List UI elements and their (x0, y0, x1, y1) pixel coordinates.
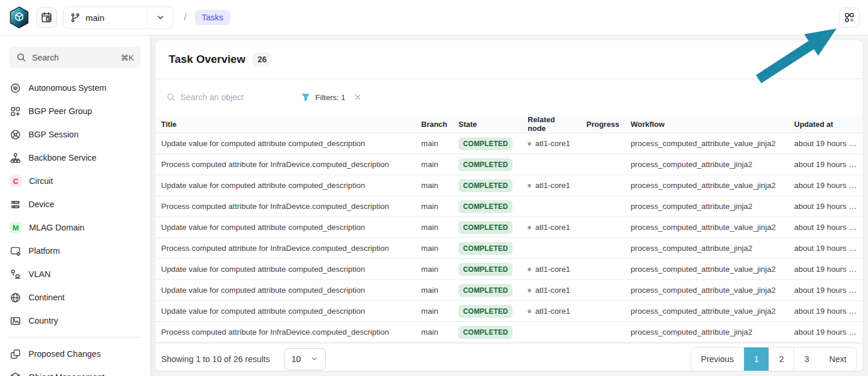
sidebar-item-device[interactable]: Device (0, 193, 150, 216)
sidebar-item-label: MLAG Domain (29, 223, 84, 232)
sidebar-search[interactable]: ⌘K (9, 47, 141, 68)
table-row[interactable]: Process computed attribute for InfraDevi… (155, 154, 863, 175)
cell-updated-at: about 19 hours ago (788, 133, 863, 154)
sidebar-item-country[interactable]: Country (0, 309, 150, 332)
state-badge: COMPLETED (458, 326, 513, 339)
col-progress: Progress (581, 115, 625, 133)
filters-button[interactable]: Filters: 1 (301, 93, 346, 102)
cell-updated-at: about 19 hours ago (788, 238, 863, 259)
cell-related-node (522, 196, 581, 217)
results-summary: Showing 1 to 10 of 26 results (161, 354, 270, 364)
previous-page-button[interactable]: Previous (691, 347, 744, 371)
state-badge: COMPLETED (458, 137, 513, 150)
sidebar-item-vlan[interactable]: VLAN (0, 263, 150, 286)
table-row[interactable]: Process computed attribute for InfraDevi… (155, 322, 863, 343)
sidebar-item-continent[interactable]: Continent (0, 286, 150, 309)
clear-filters-icon[interactable] (354, 93, 362, 101)
cell-updated-at: about 19 hours ago (788, 175, 863, 196)
sidebar-item-proposed-changes[interactable]: Proposed Changes (0, 342, 150, 366)
cell-workflow: process_computed_attribute_jinja2 (625, 322, 788, 343)
chevron-down-icon (156, 13, 165, 22)
task-overview-card: Task Overview 26 Filters: 1 Titl (155, 40, 863, 371)
col-updated-at: Updated at (788, 115, 863, 133)
table-row[interactable]: Process computed attribute for InfraDevi… (155, 238, 863, 259)
sidebar-item-mlag-domain[interactable]: M MLAG Domain (0, 216, 150, 239)
cell-related-node: atl1-core1 (522, 133, 581, 154)
sidebar-item-label: Country (29, 316, 58, 325)
cell-updated-at: about 19 hours ago (788, 322, 863, 343)
cell-state: COMPLETED (453, 196, 522, 217)
cell-workflow: process_computed_attribute_value_jinja2 (625, 259, 788, 280)
table-row[interactable]: Update value for computed attribute comp… (155, 175, 863, 196)
cell-branch: main (415, 238, 453, 259)
page-button-2[interactable]: 2 (769, 347, 794, 371)
sidebar-item-bgp-peer-group[interactable]: BGP Peer Group (0, 100, 150, 123)
table-row[interactable]: Update value for computed attribute comp… (155, 217, 863, 238)
sidebar-item-label: BGP Peer Group (29, 107, 92, 116)
cell-progress (581, 259, 625, 280)
cell-updated-at: about 19 hours ago (788, 196, 863, 217)
breadcrumb-tasks[interactable]: Tasks (195, 10, 230, 25)
filters-label: Filters: 1 (315, 93, 346, 102)
table-row[interactable]: Update value for computed attribute comp… (155, 301, 863, 322)
sidebar-item-label: Backbone Service (29, 153, 97, 162)
cell-progress (581, 280, 625, 301)
time-travel-button[interactable] (36, 7, 57, 28)
page-size-select[interactable]: 10 (284, 348, 326, 370)
sidebar-search-input[interactable] (32, 53, 115, 62)
sidebar-item-label: Autonomous System (29, 83, 106, 93)
cell-branch: main (415, 154, 453, 175)
sidebar-item-backbone-service[interactable]: Backbone Service (0, 146, 150, 169)
cell-branch: main (415, 133, 453, 154)
branch-selector[interactable]: main (63, 6, 173, 29)
table-toolbar: Filters: 1 (155, 79, 863, 115)
autonomous-system-icon (10, 83, 21, 94)
topbar: main / Tasks (0, 0, 868, 36)
sidebar-item-platform[interactable]: Platform (0, 239, 150, 263)
chevron-down-icon (311, 355, 318, 363)
cell-title: Update value for computed attribute comp… (155, 217, 415, 238)
sidebar-item-bgp-session[interactable]: BGP Session (0, 123, 150, 146)
cell-workflow: process_computed_attribute_value_jinja2 (625, 217, 788, 238)
state-badge: COMPLETED (458, 242, 513, 255)
table-row[interactable]: Process computed attribute for InfraDevi… (155, 196, 863, 217)
table-row[interactable]: Update value for computed attribute comp… (155, 259, 863, 280)
cell-progress (581, 322, 625, 343)
sidebar-item-object-management[interactable]: Object Management (0, 366, 150, 376)
infrahub-logo[interactable] (8, 6, 30, 29)
continent-globe-icon (10, 292, 21, 303)
sidebar-item-label: Circuit (29, 176, 53, 186)
page-button-3[interactable]: 3 (794, 347, 819, 371)
sidebar-item-label: VLAN (29, 269, 51, 279)
next-page-button[interactable]: Next (819, 347, 856, 371)
cell-progress (581, 175, 625, 196)
sidebar-item-circuit[interactable]: C Circuit (0, 169, 150, 193)
object-search-input[interactable] (180, 93, 290, 102)
branch-selector-caret[interactable] (147, 7, 173, 28)
cell-workflow: process_computed_attribute_value_jinja2 (625, 301, 788, 322)
cell-state: COMPLETED (453, 238, 522, 259)
schema-visualizer-button[interactable] (839, 7, 860, 28)
cell-branch: main (415, 280, 453, 301)
sidebar-item-label: BGP Session (29, 130, 79, 139)
table-row[interactable]: Update value for computed attribute comp… (155, 280, 863, 301)
cell-state: COMPLETED (453, 301, 522, 322)
object-search[interactable] (166, 93, 290, 102)
cell-updated-at: about 19 hours ago (788, 301, 863, 322)
cell-branch: main (415, 175, 453, 196)
cell-state: COMPLETED (453, 217, 522, 238)
vlan-icon (10, 269, 21, 280)
page-button-1[interactable]: 1 (744, 347, 769, 371)
cell-related-node: atl1-core1 (522, 175, 581, 196)
sidebar-item-label: Continent (29, 293, 65, 302)
node-dot-icon (528, 184, 531, 187)
state-badge: COMPLETED (458, 179, 513, 192)
cell-branch: main (415, 217, 453, 238)
cell-progress (581, 196, 625, 217)
col-state: State (453, 115, 522, 133)
sidebar-item-autonomous-system[interactable]: Autonomous System (0, 76, 150, 100)
table-row[interactable]: Update value for computed attribute comp… (155, 133, 863, 154)
task-table-wrap: Title Branch State Related node Progress… (155, 115, 863, 343)
task-table-body: Update value for computed attribute comp… (155, 133, 863, 343)
cell-updated-at: about 19 hours ago (788, 280, 863, 301)
